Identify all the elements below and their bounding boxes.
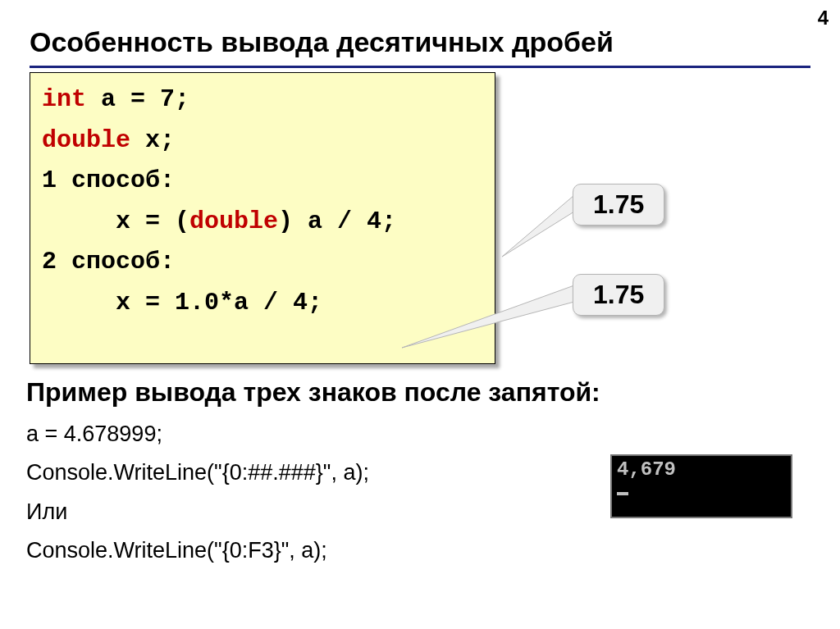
example-line: Console.WriteLine("{0:##.###}", a); [26,454,369,492]
code-text: x; [130,126,175,154]
example-code: a = 4.678999; Console.WriteLine("{0:##.#… [26,415,369,570]
code-text: 1 способ: [42,166,175,194]
keyword-double: double [189,207,278,235]
example-subtitle: Пример вывода трех знаков после запятой: [26,377,600,408]
example-line: Console.WriteLine("{0:F3}", a); [26,531,369,570]
code-text: x = 1.0*a / 4; [42,289,322,317]
code-text: x = ( [42,207,189,235]
title-underline [30,66,810,68]
console-output-box: 4,679 [610,454,792,518]
keyword-double: double [42,126,130,154]
console-cursor [617,492,628,495]
code-block: int a = 7; double x; 1 способ: x = (doub… [30,72,495,364]
console-output-text: 4,679 [617,459,786,481]
result-callout-1: 1.75 [573,184,664,226]
example-line: Или [26,493,369,531]
code-text: 2 способ: [42,248,175,276]
example-line: a = 4.678999; [26,415,369,454]
code-text: a = 7; [86,85,189,113]
page-number: 4 [818,7,829,30]
keyword-int: int [42,85,86,113]
svg-marker-0 [502,195,574,257]
code-text: ) a / 4; [278,207,396,235]
result-callout-2: 1.75 [573,274,664,316]
slide-title: Особенность вывода десятичных дробей [30,26,614,58]
